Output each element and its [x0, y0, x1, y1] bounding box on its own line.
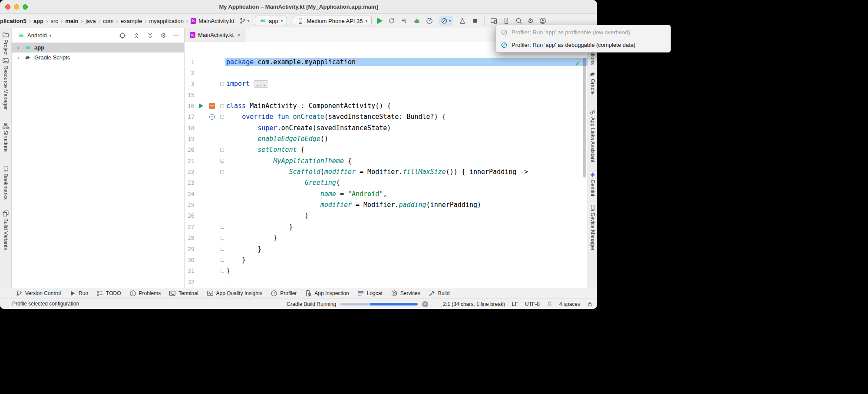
instrumented-run-button[interactable]: [459, 17, 466, 24]
override-marker-icon[interactable]: ↑: [209, 114, 215, 120]
code-line[interactable]: 23 Greeting(: [185, 177, 587, 188]
fold-close-icon[interactable]: [221, 247, 224, 251]
locate-file-button[interactable]: [119, 32, 126, 39]
close-window-button[interactable]: [5, 4, 10, 10]
tool-window-button-resource-manager[interactable]: Resource Manager: [2, 57, 9, 110]
stop-button[interactable]: [472, 17, 479, 24]
minimize-window-button[interactable]: [14, 4, 19, 10]
tool-window-button-version-control[interactable]: Version Control: [16, 290, 61, 297]
hide-panel-button[interactable]: —: [173, 32, 179, 39]
code-line[interactable]: 31}: [185, 266, 587, 276]
breadcrumb-item-src[interactable]: src: [51, 18, 58, 24]
code-line[interactable]: 17↑ override fun onCreate(savedInstanceS…: [185, 112, 587, 122]
code-line[interactable]: 16<>class MainActivity : ComponentActivi…: [185, 100, 587, 111]
profiler-low-overhead-button[interactable]: ▾: [439, 16, 453, 26]
breadcrumb-item-app[interactable]: app: [33, 18, 43, 24]
titlebar[interactable]: My Application – MainActivity.kt [My_App…: [0, 0, 597, 14]
code-editor[interactable]: 1package com.example.myapplication23impo…: [185, 42, 587, 287]
tool-window-button-structure[interactable]: Structure: [2, 122, 9, 152]
tool-window-button-terminal[interactable]: Terminal: [169, 290, 198, 297]
profiler-menu-item[interactable]: Profiler: Run 'app' as debuggable (compl…: [496, 39, 670, 51]
tool-window-button-logcat[interactable]: Logcat: [357, 290, 383, 297]
compose-marker-icon[interactable]: <>: [209, 103, 215, 109]
profiler-menu-item[interactable]: Profiler: Run 'app' as profileable (low …: [496, 26, 670, 39]
tool-window-button-todo[interactable]: TODO: [96, 290, 121, 297]
run-configuration-selector[interactable]: app▾: [255, 16, 287, 26]
project-tree-item-gradle-scripts[interactable]: ›Gradle Scripts: [12, 53, 184, 62]
code-line[interactable]: 22 Scaffold(modifier = Modifier.fillMaxS…: [185, 166, 587, 177]
breadcrumb-item-plication5[interactable]: plication5: [0, 18, 26, 24]
project-view-selector[interactable]: Android: [27, 32, 47, 39]
search-everywhere-button[interactable]: [515, 17, 522, 24]
fold-open-icon[interactable]: [220, 148, 224, 152]
notification-bell-icon[interactable]: [547, 301, 552, 307]
zoom-window-button[interactable]: [23, 4, 28, 10]
file-encoding-selector[interactable]: UTF-8: [525, 301, 540, 307]
fold-open-icon[interactable]: [220, 115, 224, 119]
folded-imports-badge[interactable]: ...: [254, 80, 268, 88]
code-line[interactable]: 3import ...: [185, 79, 587, 89]
fold-open-icon[interactable]: [220, 82, 224, 86]
settings-button[interactable]: ⚙: [528, 17, 534, 24]
tool-window-button-project[interactable]: Project: [2, 31, 9, 56]
tool-window-button-gradle[interactable]: Gradle: [589, 71, 596, 95]
tool-window-button-app-inspection[interactable]: App Inspection: [305, 290, 349, 297]
tool-window-button-problems[interactable]: Problems: [129, 290, 161, 297]
device-mirroring-button[interactable]: [490, 17, 497, 24]
code-line[interactable]: 28 }: [185, 233, 587, 243]
lock-icon[interactable]: [587, 301, 593, 307]
tool-window-button-services[interactable]: Services: [391, 290, 420, 297]
running-devices-button[interactable]: [503, 17, 510, 24]
fold-close-icon[interactable]: [221, 236, 224, 240]
tool-window-button-run[interactable]: Run: [69, 290, 88, 297]
fold-close-icon[interactable]: [221, 258, 224, 262]
inspections-ok-icon[interactable]: ✓: [575, 59, 581, 67]
rerun-button[interactable]: [388, 17, 395, 24]
chevron-right-icon[interactable]: ›: [15, 44, 21, 51]
breadcrumb-item-mainactivity-kt[interactable]: MainActivity.kt: [198, 18, 234, 24]
code-line[interactable]: 21 MyApplicationTheme {: [185, 155, 587, 166]
breadcrumb-item-com[interactable]: com: [103, 18, 114, 24]
code-line[interactable]: 2: [185, 67, 587, 78]
code-line[interactable]: 18 super.onCreate(savedInstanceState): [185, 122, 587, 133]
user-profile-button[interactable]: [539, 17, 546, 24]
code-line[interactable]: 32: [185, 276, 587, 287]
code-line[interactable]: 25 modifier = Modifier.padding(innerPadd…: [185, 199, 587, 210]
code-line[interactable]: 15: [185, 89, 587, 100]
editor-tab-mainactivity[interactable]: K MainActivity.kt ×: [185, 28, 246, 42]
run-list-button[interactable]: [401, 17, 408, 24]
code-line[interactable]: 27 }: [185, 221, 587, 232]
tool-window-button-gemini[interactable]: Gemini: [589, 171, 596, 196]
debug-button[interactable]: [413, 17, 420, 24]
fold-open-icon[interactable]: [220, 159, 224, 163]
code-line[interactable]: 19 enableEdgeToEdge(): [185, 133, 587, 144]
code-line[interactable]: 29 }: [185, 243, 587, 254]
editor-scrollbar[interactable]: [583, 58, 586, 177]
panel-options-button[interactable]: ⚙: [161, 32, 166, 39]
cancel-build-button[interactable]: ×: [422, 301, 428, 307]
chevron-right-icon[interactable]: ›: [15, 54, 21, 61]
code-line[interactable]: 26 ): [185, 210, 587, 221]
tool-window-button-device-manager[interactable]: Device Manager: [589, 204, 596, 250]
code-line[interactable]: 24 name = "Android",: [185, 188, 587, 199]
expand-all-button[interactable]: [133, 32, 140, 39]
breadcrumb-item-myapplication[interactable]: myapplication: [149, 18, 184, 24]
line-ending-selector[interactable]: LF: [512, 301, 518, 307]
code-line[interactable]: 20 setContent {: [185, 144, 587, 155]
tool-window-button-app-links-assistant[interactable]: App Links Assistant: [589, 109, 596, 162]
indent-setting[interactable]: 4 spaces: [559, 301, 580, 307]
fold-open-icon[interactable]: [220, 104, 224, 108]
caret-position[interactable]: 2:1 (34 chars, 1 line break): [443, 301, 505, 307]
code-line[interactable]: 1package com.example.myapplication: [185, 56, 587, 67]
tool-window-button-bookmarks[interactable]: Bookmarks: [2, 165, 9, 200]
breadcrumb-item-java[interactable]: java: [86, 18, 96, 24]
close-tab-icon[interactable]: ×: [237, 32, 241, 39]
collapse-all-button[interactable]: [147, 32, 154, 39]
run-line-icon[interactable]: [199, 103, 203, 108]
device-selector[interactable]: Medium Phone API 35▾: [293, 16, 372, 26]
project-tree-item-app[interactable]: ›app: [12, 43, 184, 53]
fold-open-icon[interactable]: [220, 170, 224, 174]
tool-window-button-profiler[interactable]: Profiler: [271, 290, 297, 297]
vcs-widget-button[interactable]: ▾: [239, 17, 249, 24]
breadcrumb-item-example[interactable]: example: [121, 18, 142, 24]
